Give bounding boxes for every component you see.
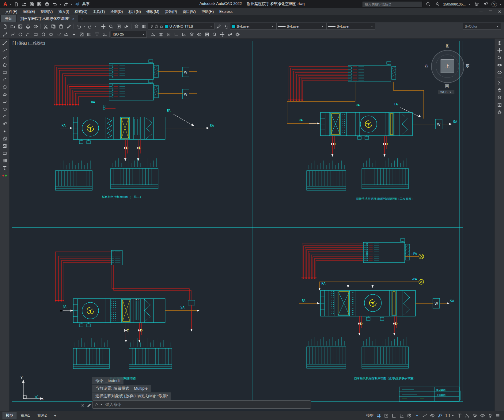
infocenter-search[interactable] [362, 1, 423, 7]
text-tool-button[interactable] [1, 165, 8, 171]
rectangle-button[interactable] [32, 31, 39, 38]
ortho-button[interactable] [172, 31, 180, 38]
circle-tool-button[interactable] [1, 84, 8, 90]
xline-tool-button[interactable] [1, 47, 8, 54]
model-space-canvas[interactable]: RA RA FA SA W W 循环机组控制原理图（一拖二） RA RA FA … [9, 38, 495, 411]
layer-dropdown-caret-icon[interactable] [210, 26, 212, 27]
hatch-tool-button[interactable] [1, 135, 8, 142]
minimize-button[interactable] [476, 9, 486, 15]
app-store-button[interactable] [473, 1, 480, 8]
line-tool-button[interactable] [1, 40, 8, 46]
tb-plot-button[interactable] [24, 23, 32, 30]
dim-style-caret-icon[interactable] [142, 34, 144, 35]
ellipse-tool-button[interactable] [1, 106, 8, 112]
measure-button[interactable] [496, 80, 503, 86]
tab-start[interactable]: 开始 [1, 15, 16, 22]
autocad-logo[interactable]: A [2, 0, 9, 8]
search-button[interactable] [425, 1, 432, 8]
revcloud-tool-button[interactable] [1, 91, 8, 98]
color-dropdown[interactable]: ByLayer [230, 23, 276, 30]
fullnav-wheel-button[interactable] [496, 40, 503, 46]
viewport-menu-control[interactable]: [-] [13, 41, 16, 46]
account-id[interactable]: 1505999135... [443, 2, 466, 6]
open-file-button[interactable] [21, 1, 28, 8]
make-layer-current-button[interactable] [215, 23, 222, 30]
color-dropdown-caret-icon[interactable] [272, 26, 274, 27]
tab-document[interactable]: 荆州某医院手术部净化空调图* × [17, 15, 78, 22]
properties-nav-button[interactable] [496, 102, 503, 108]
command-recent-caret-icon[interactable] [100, 404, 102, 405]
point-tool-button[interactable] [1, 128, 8, 134]
tb-zoom-button[interactable] [107, 23, 115, 30]
workspace-caret-icon[interactable] [10, 4, 12, 5]
circle-button[interactable] [17, 31, 24, 38]
compass-west[interactable]: 西 [425, 63, 429, 69]
autodesk-apps-button[interactable] [482, 1, 489, 8]
showmotion-button[interactable] [496, 69, 503, 76]
undo-caret-icon[interactable] [83, 26, 85, 27]
redo-button[interactable] [63, 1, 70, 8]
annotation-visibility-icon[interactable] [457, 413, 462, 418]
close-command-icon[interactable] [81, 403, 85, 408]
menu-parametric[interactable]: 参数(P) [162, 9, 180, 15]
linetype-dropdown[interactable]: ByLayer [276, 23, 326, 30]
lineweight-toggle-icon[interactable] [422, 413, 427, 418]
viewport-view-control[interactable]: [俯视] [17, 41, 27, 46]
menu-window[interactable]: 窗口(W) [180, 9, 199, 15]
layer-properties-button[interactable] [140, 23, 148, 30]
account-caret-icon[interactable] [468, 4, 470, 5]
tb-designcenter-button[interactable] [123, 23, 130, 30]
restore-button[interactable] [486, 9, 495, 15]
share-label[interactable]: 共享 [82, 2, 89, 7]
zoom-nav-button[interactable] [496, 55, 503, 61]
plot-style-caret-icon[interactable] [497, 26, 498, 27]
zoom-window-button[interactable] [211, 31, 218, 38]
orbit-nav-button[interactable] [496, 62, 503, 68]
dimension-button[interactable] [101, 31, 108, 38]
tb-matchprop-button[interactable] [65, 23, 72, 30]
customize-status-icon[interactable] [495, 413, 500, 418]
ortho-toggle-icon[interactable] [392, 413, 396, 418]
menu-format[interactable]: 格式(O) [72, 9, 90, 15]
menu-tools[interactable]: 工具(T) [90, 9, 108, 15]
linetype-dropdown-caret-icon[interactable] [322, 26, 324, 27]
layer-walk-button[interactable] [188, 31, 195, 38]
layer-previous-button[interactable] [222, 23, 230, 30]
tb-cut-button[interactable] [42, 23, 49, 30]
viewport-visualstyle-control[interactable]: [二维线框] [28, 41, 45, 46]
compass-south[interactable]: 南 [445, 83, 449, 89]
hatch-button[interactable] [78, 31, 85, 38]
help-caret-icon[interactable] [500, 4, 502, 5]
menu-dimension[interactable]: 标注(N) [126, 9, 144, 15]
polygon-button[interactable] [40, 31, 47, 38]
line-button[interactable] [1, 31, 9, 38]
point-style-tool-button[interactable] [1, 172, 8, 179]
polar-button[interactable] [180, 31, 188, 38]
redo-caret-icon[interactable] [94, 26, 96, 27]
autoscale-icon[interactable] [465, 413, 470, 418]
region-tool-button[interactable] [1, 150, 8, 157]
settings-button[interactable] [234, 31, 241, 38]
table-tool-button[interactable] [1, 157, 8, 164]
tb-preview-button[interactable] [32, 23, 39, 30]
polyline-button[interactable] [9, 31, 16, 38]
lineweight-dropdown-caret-icon[interactable] [371, 26, 373, 27]
lineweight-dropdown[interactable]: ByLayer [326, 23, 375, 30]
tb-paste-button[interactable] [57, 23, 65, 30]
wcs-caret-icon[interactable] [449, 92, 451, 93]
tb-pan-button[interactable] [100, 23, 107, 30]
compass-north[interactable]: 北 [445, 43, 449, 49]
mtext-button[interactable] [93, 31, 100, 38]
wcs-indicator[interactable]: WCS [438, 90, 454, 94]
block-insert-button[interactable] [226, 31, 233, 38]
menu-draw[interactable]: 绘图(D) [108, 9, 126, 15]
prop-paint-button[interactable] [203, 31, 210, 38]
spline-button[interactable] [55, 31, 62, 38]
grid-display-button[interactable] [157, 31, 165, 38]
transparency-toggle-icon[interactable] [430, 413, 435, 418]
gradient-tool-button[interactable] [1, 143, 8, 149]
plot-button[interactable] [44, 1, 51, 8]
pan-realtime-button[interactable] [218, 31, 226, 38]
viewcube-button[interactable] [496, 87, 503, 93]
menu-insert[interactable]: 插入(I) [55, 9, 72, 15]
